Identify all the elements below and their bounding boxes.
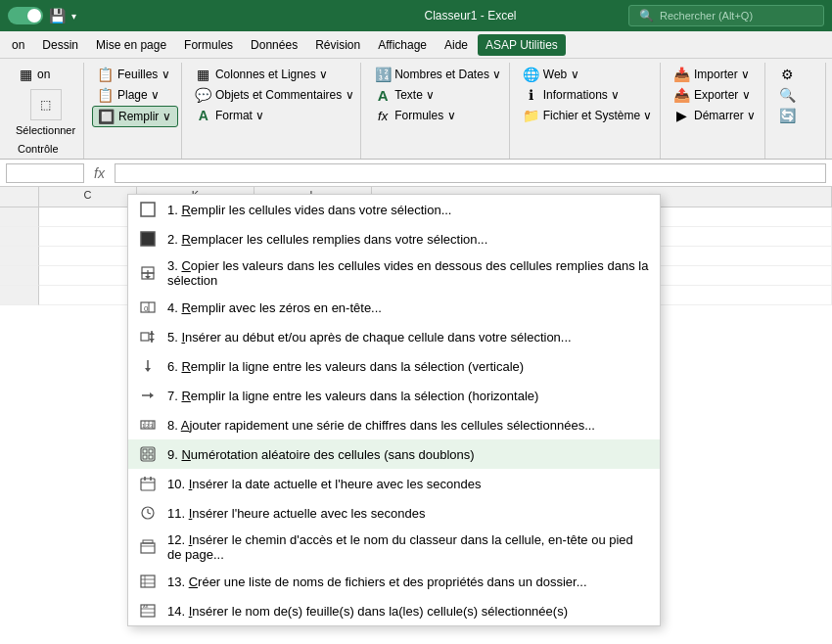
item4-num: 4. xyxy=(167,300,181,315)
ribbon-btn-fichier[interactable]: 📁 Fichier et Système ∨ xyxy=(518,106,659,125)
plage-icon: 📋 xyxy=(98,87,114,103)
menu-item-mise-en-page[interactable]: Mise en page xyxy=(88,34,174,56)
item11-rest: nsérer l'heure actuelle avec les seconde… xyxy=(192,506,425,521)
ribbon-btn-selectionner[interactable]: ⬚ Sélectionner xyxy=(12,85,79,140)
dropdown-item-2[interactable]: 2. Remplacer les cellules remplies dans … xyxy=(128,224,660,253)
auto-toggle[interactable] xyxy=(8,7,43,24)
item14-rest: nsérer le nom de(s) feuille(s) dans la(l… xyxy=(192,604,568,619)
ribbon-btn-formules[interactable]: fx Formules ∨ xyxy=(369,106,507,125)
menu-item-donnees[interactable]: Données xyxy=(243,34,305,56)
item5-rest: nsérer au début et/ou après de chaque ce… xyxy=(185,330,572,345)
item10-num: 10. xyxy=(167,477,189,491)
dropdown-item-3[interactable]: 3. Copier les valeurs dans les cellules … xyxy=(128,253,660,293)
cell[interactable] xyxy=(39,286,137,305)
item3-underline: C xyxy=(181,258,190,273)
row-num xyxy=(0,207,39,227)
ribbon-btn-remplir[interactable]: 🔲 Remplir ∨ xyxy=(92,106,178,127)
item3-rest: opier les valeurs dans les cellules vide… xyxy=(167,258,648,288)
row-num xyxy=(0,286,39,305)
window-title: Classeur1 - Excel xyxy=(318,9,623,23)
ribbon-btn-demarrer[interactable]: ▶ Démarrer ∨ xyxy=(669,106,762,125)
search-icon: 🔍 xyxy=(639,9,654,23)
ribbon-btn-exporter[interactable]: 📤 Exporter ∨ xyxy=(669,85,762,105)
cell[interactable] xyxy=(39,266,137,286)
menu-item-affichage[interactable]: Affichage xyxy=(370,34,435,56)
row-num xyxy=(0,247,39,266)
menu-item-aide[interactable]: Aide xyxy=(437,34,476,56)
dropdown-item-5[interactable]: 5. Insérer au début et/ou après de chaqu… xyxy=(128,322,660,351)
ribbon-btn-nombres[interactable]: 🔢 Nombres et Dates ∨ xyxy=(369,65,507,84)
ribbon-btn-format[interactable]: A Format ∨ xyxy=(190,106,360,125)
dropdown-item-7[interactable]: 7. Remplir la ligne entre les valeurs da… xyxy=(128,381,660,410)
ribbon-col-select: ▦ on ⬚ Sélectionner Contrôle xyxy=(12,65,79,157)
dropdown-item-1[interactable]: 1. Remplir les cellules vides dans votre… xyxy=(128,195,660,224)
ribbon-col-extra: ⚙ 🔍 🔄 xyxy=(773,65,801,125)
item13-rest: réer une liste de noms de fichiers et de… xyxy=(198,575,586,589)
nombres-icon: 🔢 xyxy=(375,67,391,82)
ribbon-btn-feuilles[interactable]: 📋 Feuilles ∨ xyxy=(92,65,178,84)
menu-item-on[interactable]: on xyxy=(4,34,32,56)
cell[interactable] xyxy=(39,207,137,227)
dropdown-item-4[interactable]: 0 4. Remplir avec les zéros en en-tête..… xyxy=(128,293,660,322)
item7-underline: R xyxy=(181,389,190,403)
ribbon-btn-on[interactable]: ▦ on xyxy=(12,65,79,84)
formules-label: Formules ∨ xyxy=(394,109,455,122)
menu-item-formules[interactable]: Formules xyxy=(176,34,241,56)
ribbon-btn-plage[interactable]: 📋 Plage ∨ xyxy=(92,85,178,105)
colonnes-label: Colonnes et Lignes ∨ xyxy=(215,68,328,81)
menu-item-dessin[interactable]: Dessin xyxy=(34,34,86,56)
dropdown-text-11: 11. Insérer l'heure actuelle avec les se… xyxy=(167,506,650,521)
texte-icon: A xyxy=(375,87,391,103)
ribbon-btn-d[interactable]: 🔄 xyxy=(773,106,801,125)
dropdown-item-14[interactable]: AB 14. Insérer le nom de(s) feuille(s) d… xyxy=(128,596,660,625)
zero-fill-icon: 0 xyxy=(138,298,158,317)
ribbon-btn-objets[interactable]: 💬 Objets et Commentaires ∨ xyxy=(190,85,360,105)
ribbon-btn-texte[interactable]: A Texte ∨ xyxy=(369,85,507,105)
save-icon[interactable]: 💾 xyxy=(49,8,66,23)
dropdown-item-13[interactable]: 13. Créer une liste de noms de fichiers … xyxy=(128,567,660,596)
menu-item-revision[interactable]: Révision xyxy=(307,34,368,56)
ribbon-btn-controle[interactable]: Contrôle xyxy=(12,141,79,157)
ribbon-group-importer: 📥 Importer ∨ 📤 Exporter ∨ ▶ Démarrer ∨ xyxy=(663,63,765,159)
feuilles-icon: 📋 xyxy=(98,67,114,82)
ribbon-btn-importer[interactable]: 📥 Importer ∨ xyxy=(669,65,762,84)
search-box[interactable]: 🔍 Rechercher (Alt+Q) xyxy=(628,5,824,26)
web-label: Web ∨ xyxy=(543,68,579,81)
item4-rest: emplir avec les zéros en en-tête... xyxy=(191,300,382,315)
ribbon-btn-informations[interactable]: ℹ Informations ∨ xyxy=(518,85,659,105)
dropdown-item-6[interactable]: 6. Remplir la ligne entre les valeurs da… xyxy=(128,351,660,381)
formula-input[interactable] xyxy=(115,163,826,183)
dropdown-item-8[interactable]: 1 2 3 8. Ajouter rapidement une série de… xyxy=(128,410,660,439)
svg-text:0: 0 xyxy=(144,304,149,313)
cell[interactable] xyxy=(39,227,137,247)
ribbon-btn-web[interactable]: 🌐 Web ∨ xyxy=(518,65,659,84)
ribbon-btn-colonnes[interactable]: ▦ Colonnes et Lignes ∨ xyxy=(190,65,360,84)
item5-num: 5. xyxy=(167,330,181,345)
remplir-icon: 🔲 xyxy=(99,109,115,124)
dropdown-arrow[interactable]: ▾ xyxy=(71,11,76,22)
importer-label: Importer ∨ xyxy=(694,68,750,81)
svg-rect-27 xyxy=(143,455,147,459)
menu-item-asap[interactable]: ASAP Utilities xyxy=(478,34,566,56)
dropdown-item-9[interactable]: 9. Numérotation aléatoire des cellules (… xyxy=(128,439,660,469)
dropdown-item-11[interactable]: 11. Insérer l'heure actuelle avec les se… xyxy=(128,498,660,528)
formula-bar: fx xyxy=(0,160,832,187)
objets-label: Objets et Commentaires ∨ xyxy=(215,88,354,102)
svg-rect-0 xyxy=(141,203,155,216)
cell[interactable] xyxy=(39,247,137,266)
ribbon-btn-c[interactable]: ⚙ xyxy=(773,65,801,84)
dropdown-item-12[interactable]: 12. Insérer le chemin d'accès et le nom … xyxy=(128,528,660,567)
c-icon: ⚙ xyxy=(779,67,795,82)
svg-rect-36 xyxy=(141,543,155,553)
svg-marker-14 xyxy=(145,368,151,372)
dropdown-item-10[interactable]: 10. Insérer la date actuelle et l'heure … xyxy=(128,469,660,498)
demarrer-icon: ▶ xyxy=(674,108,690,123)
dropdown-text-5: 5. Insérer au début et/ou après de chaqu… xyxy=(167,330,650,345)
name-box[interactable] xyxy=(6,163,84,183)
ribbon-group-web: 🌐 Web ∨ ℹ Informations ∨ 📁 Fichier et Sy… xyxy=(512,63,661,159)
dropdown-text-10: 10. Insérer la date actuelle et l'heure … xyxy=(167,477,650,491)
title-bar: 💾 ▾ Classeur1 - Excel 🔍 Rechercher (Alt+… xyxy=(0,0,832,31)
dropdown-text-9: 9. Numérotation aléatoire des cellules (… xyxy=(167,447,650,462)
informations-label: Informations ∨ xyxy=(543,88,620,102)
ribbon-btn-r[interactable]: 🔍 xyxy=(773,85,801,105)
